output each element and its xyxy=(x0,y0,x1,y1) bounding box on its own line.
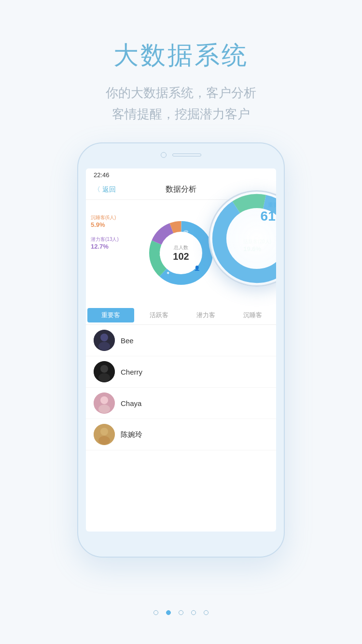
star-icon: ✦ xyxy=(166,270,170,276)
phone-outer: 22:46 〈 返回 数据分析 沉睡客(6人) 5.9% 潜力客(13人) 12… xyxy=(77,142,285,558)
user-item-bee[interactable]: Bee xyxy=(86,325,276,356)
user-name-cherry: Cherry xyxy=(121,368,142,376)
tab-active[interactable]: 活跃客 xyxy=(136,306,182,324)
svg-point-8 xyxy=(98,373,110,382)
user-name-chen: 陈婉玲 xyxy=(121,430,142,439)
legend-potential: 潜力客(13人) 12.7% xyxy=(91,236,119,250)
donut-center-value: 102 xyxy=(173,251,189,262)
legend-left: 沉睡客(6人) 5.9% 潜力客(13人) 12.7% xyxy=(91,214,119,254)
tabs-row: 重要客 活跃客 潜力客 沉睡客 xyxy=(86,306,276,325)
svg-point-13 xyxy=(100,428,108,435)
moon-icon: ☽ xyxy=(157,251,162,256)
dot-2[interactable] xyxy=(166,610,171,615)
avatar-cherry xyxy=(94,361,115,382)
donut-center-label: 总人数 xyxy=(173,244,189,251)
avatar-bee xyxy=(94,330,115,351)
subtitle: 你的大数据系统，客户分析 客情提醒，挖掘潜力客户 xyxy=(0,82,362,125)
main-title: 大数据系统 xyxy=(0,39,362,72)
user-item-chen[interactable]: 陈婉玲 xyxy=(86,419,276,450)
chart-area: 沉睡客(6人) 5.9% 潜力客(13人) 12.7% xyxy=(86,200,276,306)
status-bar: 22:46 xyxy=(86,168,276,181)
magnifier-inner: ♛ 重要客(63人) 61.8% xyxy=(210,192,276,285)
tab-potential[interactable]: 潜力客 xyxy=(182,306,229,324)
svg-point-14 xyxy=(98,436,110,445)
user-name-chaya: Chaya xyxy=(121,399,141,407)
sleeping-value: 5.9% xyxy=(91,221,119,228)
phone-mockup: 22:46 〈 返回 数据分析 沉睡客(6人) 5.9% 潜力客(13人) 12… xyxy=(77,142,285,558)
potential-value: 12.7% xyxy=(91,243,119,250)
crown-icon: ♛ xyxy=(183,229,189,237)
nav-back-button[interactable]: 〈 返回 xyxy=(94,185,116,194)
header-section: 大数据系统 你的大数据系统，客户分析 客情提醒，挖掘潜力客户 xyxy=(0,0,362,144)
avatar-chaya xyxy=(94,392,115,414)
phone-speaker xyxy=(172,154,201,156)
legend-sleeping: 沉睡客(6人) 5.9% xyxy=(91,214,119,228)
avatar-chen xyxy=(94,424,115,445)
magnifier-content: 重要客(63人) 61.8% xyxy=(217,201,276,224)
donut-chart: ♛ ☽ ✦ 👤 总人数 102 xyxy=(145,217,217,289)
page-dots xyxy=(153,610,209,615)
svg-point-5 xyxy=(98,342,110,350)
potential-label: 潜力客(13人) xyxy=(91,236,119,243)
tab-sleeping[interactable]: 沉睡客 xyxy=(229,306,276,324)
user-list: Bee Cherry xyxy=(86,325,276,450)
svg-point-7 xyxy=(100,365,108,373)
phone-top-bar xyxy=(161,152,201,158)
magnifier-label: 重要客(63人) xyxy=(217,201,276,209)
tab-important[interactable]: 重要客 xyxy=(87,308,134,322)
subtitle-line2: 客情提醒，挖掘潜力客户 xyxy=(0,103,362,125)
nav-title: 数据分析 xyxy=(166,184,196,195)
user-item-cherry[interactable]: Cherry xyxy=(86,356,276,388)
dot-5[interactable] xyxy=(204,610,209,615)
svg-point-4 xyxy=(100,334,108,341)
donut-center: 总人数 102 xyxy=(173,244,189,262)
phone-camera xyxy=(161,152,167,158)
person-icon: 👤 xyxy=(194,265,200,271)
svg-point-10 xyxy=(100,396,108,404)
dot-1[interactable] xyxy=(153,610,158,615)
user-item-chaya[interactable]: Chaya xyxy=(86,388,276,419)
dot-4[interactable] xyxy=(191,610,196,615)
sleeping-label: 沉睡客(6人) xyxy=(91,214,119,221)
svg-point-11 xyxy=(98,405,110,413)
user-name-bee: Bee xyxy=(121,336,134,345)
magnifier: ♛ 重要客(63人) 61.8% xyxy=(209,190,276,287)
magnifier-percent: 61.8% xyxy=(217,209,276,224)
phone-screen: 22:46 〈 返回 数据分析 沉睡客(6人) 5.9% 潜力客(13人) 12… xyxy=(86,168,276,532)
dot-3[interactable] xyxy=(179,610,183,615)
subtitle-line1: 你的大数据系统，客户分析 xyxy=(0,82,362,103)
status-time: 22:46 xyxy=(94,171,110,179)
